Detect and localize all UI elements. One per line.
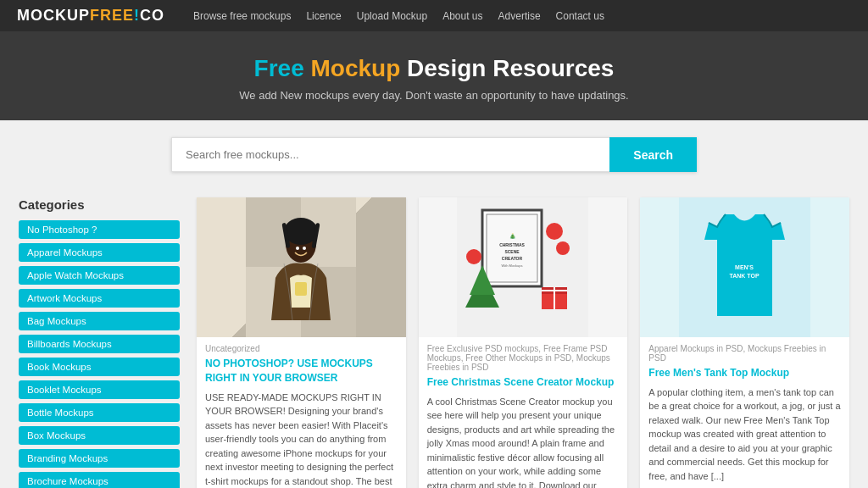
hero-title: Free Mockup Design Resources bbox=[17, 55, 851, 82]
search-button[interactable]: Search bbox=[609, 137, 697, 172]
site-logo[interactable]: MOCKUPFREE!CO bbox=[17, 7, 164, 25]
cat-booklet[interactable]: Booklet Mockups bbox=[19, 380, 180, 399]
cat-artwork[interactable]: Artwork Mockups bbox=[19, 289, 180, 308]
cat-apparel[interactable]: Apparel Mockups bbox=[19, 243, 180, 262]
svg-rect-7 bbox=[295, 282, 307, 296]
cat-bag[interactable]: Bag Mockups bbox=[19, 312, 180, 330]
nav-browse[interactable]: Browse free mockups bbox=[193, 10, 291, 22]
svg-point-19 bbox=[556, 241, 570, 255]
post-image-2: 🎄 CHRISTMAS SCENE CREATOR With Mockups bbox=[419, 197, 628, 337]
post-thumb-3: MEN'S TANK TOP bbox=[640, 197, 849, 337]
post-thumb-1 bbox=[197, 197, 406, 337]
hero-title-free: Free bbox=[254, 55, 304, 81]
cat-billboards[interactable]: Billboards Mockups bbox=[19, 335, 180, 353]
svg-text:CREATOR: CREATOR bbox=[502, 256, 523, 261]
cat-book[interactable]: Book Mockups bbox=[19, 358, 180, 376]
post-title-2[interactable]: Free Christmas Scene Creator Mockup bbox=[427, 375, 620, 390]
svg-point-8 bbox=[296, 247, 299, 250]
nav-upload[interactable]: Upload Mockup bbox=[357, 10, 427, 22]
post-thumbnail-svg-2: 🎄 CHRISTMAS SCENE CREATOR With Mockups bbox=[457, 197, 588, 337]
cat-brochure[interactable]: Brochure Mockups bbox=[19, 472, 180, 488]
post-category-1: Uncategorized bbox=[205, 344, 398, 353]
cat-apple-watch[interactable]: Apple Watch Mockups bbox=[19, 266, 180, 285]
hero-title-rest: Design Resources bbox=[400, 55, 614, 81]
svg-point-20 bbox=[466, 249, 481, 264]
sidebar-title: Categories bbox=[19, 197, 180, 212]
hero-subtitle: We add New mockups every day. Don't wast… bbox=[17, 89, 851, 102]
svg-text:CHRISTMAS: CHRISTMAS bbox=[500, 242, 526, 247]
posts-grid: Uncategorized NO PHOTOSHOP? USE MOCKUPS … bbox=[197, 197, 849, 488]
svg-rect-12 bbox=[487, 214, 537, 282]
post-excerpt-3: A popular clothing item, a men's tank to… bbox=[648, 385, 841, 484]
post-category-3: Apparel Mockups in PSD, Mockups Freebies… bbox=[648, 344, 841, 363]
hero-title-mockup: Mockup bbox=[311, 55, 401, 81]
logo-dot: ! bbox=[134, 7, 140, 25]
post-card-1: Uncategorized NO PHOTOSHOP? USE MOCKUPS … bbox=[197, 197, 406, 488]
post-image-1 bbox=[197, 197, 406, 337]
svg-text:With Mockups: With Mockups bbox=[502, 263, 523, 268]
post-card-3: MEN'S TANK TOP Apparel Mockups in PSD, M… bbox=[640, 197, 849, 488]
cat-bottle[interactable]: Bottle Mockups bbox=[19, 403, 180, 422]
post-card-body-3: Apparel Mockups in PSD, Mockups Freebies… bbox=[640, 337, 849, 488]
svg-text:SCENE: SCENE bbox=[505, 249, 520, 254]
svg-point-18 bbox=[546, 223, 563, 240]
post-card-2: 🎄 CHRISTMAS SCENE CREATOR With Mockups bbox=[419, 197, 628, 488]
svg-text:TANK TOP: TANK TOP bbox=[730, 273, 760, 279]
cat-branding[interactable]: Branding Mockups bbox=[19, 449, 180, 468]
post-excerpt-2: A cool Christmas Scene Creator mockup yo… bbox=[427, 395, 620, 488]
post-thumbnail-svg-3: MEN'S TANK TOP bbox=[679, 197, 810, 337]
logo-co: CO bbox=[140, 7, 164, 25]
post-thumbnail-svg-1 bbox=[246, 197, 356, 337]
post-card-body-2: Free Exclusive PSD mockups, Free Frame P… bbox=[419, 337, 628, 488]
post-card-body-1: Uncategorized NO PHOTOSHOP? USE MOCKUPS … bbox=[197, 337, 406, 488]
nav-contact[interactable]: Contact us bbox=[556, 10, 604, 22]
post-category-2: Free Exclusive PSD mockups, Free Frame P… bbox=[427, 344, 620, 372]
search-bar: Search bbox=[171, 137, 697, 172]
logo-mockup: MOCKUP bbox=[17, 7, 90, 25]
main-content: Categories No Photoshop ? Apparel Mockup… bbox=[10, 197, 858, 488]
nav-about[interactable]: About us bbox=[442, 10, 482, 22]
cat-no-photoshop[interactable]: No Photoshop ? bbox=[19, 220, 180, 239]
hero-section: Free Mockup Design Resources We add New … bbox=[0, 31, 868, 120]
post-excerpt-1: USE READY-MADE MOCKUPS RIGHT IN YOUR BRO… bbox=[205, 391, 398, 488]
nav-links: Browse free mockups Licence Upload Mocku… bbox=[193, 10, 604, 22]
post-thumb-2: 🎄 CHRISTMAS SCENE CREATOR With Mockups bbox=[419, 197, 628, 337]
search-input[interactable] bbox=[171, 137, 609, 172]
search-section: Search bbox=[0, 120, 868, 189]
svg-text:🎄: 🎄 bbox=[509, 233, 516, 240]
nav-advertise[interactable]: Advertise bbox=[498, 10, 541, 22]
post-title-3[interactable]: Free Men's Tank Top Mockup bbox=[648, 366, 841, 380]
post-image-3: MEN'S TANK TOP bbox=[640, 197, 849, 337]
logo-free: FREE bbox=[90, 7, 134, 25]
top-navigation: MOCKUPFREE!CO Browse free mockups Licenc… bbox=[0, 0, 868, 31]
svg-point-9 bbox=[303, 247, 306, 250]
sidebar: Categories No Photoshop ? Apparel Mockup… bbox=[19, 197, 180, 488]
nav-licence[interactable]: Licence bbox=[306, 10, 341, 22]
post-title-1[interactable]: NO PHOTOSHOP? USE MOCKUPS RIGHT IN YOUR … bbox=[205, 357, 398, 385]
cat-box[interactable]: Box Mockups bbox=[19, 426, 180, 445]
svg-text:MEN'S: MEN'S bbox=[735, 264, 754, 270]
